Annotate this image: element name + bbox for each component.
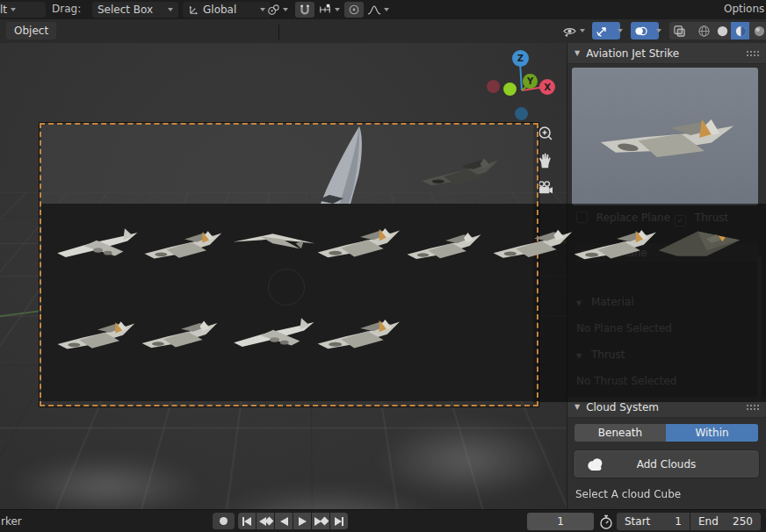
pivot-point-dropdown[interactable] bbox=[264, 2, 292, 18]
end-value: 250 bbox=[733, 515, 753, 528]
axis-x-label: X bbox=[544, 83, 551, 92]
drag-label: Drag: bbox=[52, 3, 81, 15]
start-frame-field[interactable]: Start 1 bbox=[617, 513, 690, 530]
header-separator bbox=[278, 25, 279, 40]
axis-x-ball[interactable]: X bbox=[539, 79, 555, 95]
jump-end-icon bbox=[342, 517, 344, 526]
axis-y-ball[interactable]: Y bbox=[523, 74, 538, 89]
collapse-triangle-icon: ▼ bbox=[574, 49, 580, 57]
play-reverse-button[interactable] bbox=[275, 513, 293, 529]
visibility-dropdown[interactable] bbox=[559, 22, 589, 40]
shading-rendered-button[interactable] bbox=[749, 22, 766, 40]
jet-thumbnail-su47[interactable] bbox=[56, 313, 139, 363]
chevron-down-icon bbox=[11, 8, 16, 11]
active-tool-label: lt bbox=[0, 4, 7, 16]
solid-sphere-icon bbox=[716, 25, 729, 38]
eye-icon bbox=[562, 25, 577, 38]
stopwatch-icon[interactable] bbox=[599, 514, 613, 529]
jet-thumbnail-airliner[interactable] bbox=[54, 221, 139, 272]
axis-neg-x-ball[interactable] bbox=[487, 80, 500, 93]
preview-jet bbox=[598, 101, 739, 182]
snap-toggle[interactable] bbox=[295, 2, 314, 18]
panel-header-aviation[interactable]: ▼ Aviation Jet Strike bbox=[567, 43, 766, 64]
within-toggle-button[interactable]: Within bbox=[666, 424, 758, 442]
select-box-dropdown[interactable]: Select Box bbox=[92, 2, 178, 18]
options-button[interactable]: Options bbox=[724, 3, 764, 15]
autokey-record-button[interactable] bbox=[213, 513, 235, 529]
chevron-down-icon bbox=[335, 8, 340, 11]
snap-with-dropdown[interactable] bbox=[314, 2, 343, 18]
chevron-down-icon bbox=[283, 8, 288, 11]
orientation-label: Global bbox=[203, 4, 236, 16]
play-button[interactable] bbox=[293, 513, 311, 529]
axis-z-ball[interactable]: Z bbox=[512, 50, 529, 67]
proportional-editing-icon bbox=[348, 4, 360, 16]
viewport-header: Object bbox=[0, 19, 766, 44]
distant-jet bbox=[408, 151, 514, 198]
jet-thumbnail-drone[interactable] bbox=[232, 223, 316, 270]
select-box-label: Select Box bbox=[98, 4, 153, 16]
beneath-toggle-button[interactable]: Beneath bbox=[574, 424, 666, 442]
cloud-wisp bbox=[378, 421, 553, 500]
jet-thumbnail-f14[interactable] bbox=[316, 311, 404, 363]
mode-dropdown[interactable]: Object bbox=[6, 22, 56, 40]
jet-thumbnail-raptor[interactable] bbox=[573, 221, 661, 274]
next-keyframe-button[interactable] bbox=[312, 513, 329, 529]
jump-end-icon bbox=[335, 517, 342, 526]
plane-tailfin bbox=[305, 125, 419, 204]
pivot-point-icon bbox=[267, 4, 280, 17]
end-frame-field[interactable]: End 250 bbox=[690, 513, 761, 530]
snap-increment-icon bbox=[318, 4, 332, 16]
jet-thumbnail-stealth[interactable] bbox=[652, 221, 747, 272]
record-icon bbox=[220, 517, 228, 525]
orientation-dropdown[interactable]: Global bbox=[183, 2, 271, 18]
chevron-down-icon bbox=[168, 8, 173, 11]
current-frame-value: 1 bbox=[557, 515, 564, 528]
chevron-down-icon bbox=[580, 29, 585, 32]
cloud-wisp bbox=[9, 456, 202, 509]
jet-preview-image bbox=[572, 68, 758, 205]
play-icon bbox=[299, 517, 307, 526]
add-clouds-button[interactable]: Add Clouds bbox=[573, 449, 760, 478]
next-keyframe-icon bbox=[320, 517, 329, 526]
beneath-label: Beneath bbox=[598, 427, 642, 439]
jet-thumbnail-a10[interactable] bbox=[231, 311, 315, 362]
axis-neg-z-ball[interactable] bbox=[515, 107, 528, 120]
prev-keyframe-button[interactable] bbox=[257, 513, 274, 529]
chevron-down-icon bbox=[618, 29, 623, 32]
start-value: 1 bbox=[675, 515, 682, 528]
panel-grip-icon bbox=[746, 404, 760, 411]
gizmo-arrow-icon bbox=[596, 25, 609, 38]
jet-thumbnail-jet[interactable] bbox=[492, 221, 576, 272]
cursor-ring bbox=[268, 269, 305, 306]
timeline-bar: rker 1 Start 1 bbox=[0, 509, 766, 532]
material-sphere-icon bbox=[734, 25, 748, 38]
proportional-editing-toggle[interactable] bbox=[344, 2, 364, 18]
overlays-icon bbox=[634, 25, 647, 38]
jet-thumbnail-mig[interactable] bbox=[141, 313, 221, 362]
cloud-hint-text: Select A cloud Cube bbox=[575, 488, 681, 500]
jump-to-end-button[interactable] bbox=[330, 513, 348, 529]
collapse-triangle-icon: ▼ bbox=[574, 403, 580, 411]
jet-thumbnail-f15[interactable] bbox=[316, 219, 404, 272]
axis-neg-y-ball[interactable] bbox=[503, 83, 517, 96]
panel-grip-icon bbox=[746, 50, 760, 57]
mode-label: Object bbox=[14, 25, 48, 37]
camera-view-button[interactable] bbox=[533, 176, 556, 199]
current-frame-field[interactable]: 1 bbox=[527, 513, 594, 530]
jet-thumbnail-f16[interactable] bbox=[406, 225, 485, 272]
jet-thumbnail-phantom[interactable] bbox=[143, 223, 226, 272]
proportional-falloff-dropdown[interactable] bbox=[364, 2, 393, 18]
pan-tool-button[interactable] bbox=[533, 149, 556, 172]
end-label: End bbox=[698, 515, 719, 528]
jump-to-start-button[interactable] bbox=[238, 513, 256, 529]
zoom-tool-button[interactable] bbox=[534, 123, 557, 146]
rendered-sphere-icon bbox=[753, 25, 766, 38]
cloud-panel-title: Cloud System bbox=[586, 401, 659, 413]
active-tool-dropdown[interactable]: lt bbox=[0, 2, 46, 18]
marker-label: rker bbox=[1, 515, 22, 528]
play-reverse-icon bbox=[280, 517, 288, 526]
magnet-icon bbox=[299, 4, 311, 16]
cloud-icon bbox=[586, 457, 605, 471]
chevron-down-icon bbox=[384, 8, 389, 11]
